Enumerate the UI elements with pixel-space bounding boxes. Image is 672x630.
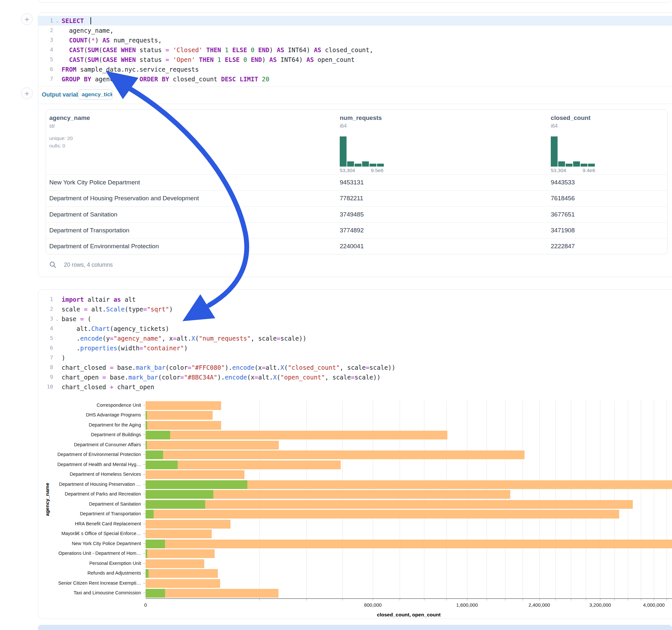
bar-closed_count (146, 569, 218, 578)
histogram-bin (558, 162, 565, 167)
output-variable-chip[interactable]: agency_tickets (78, 90, 113, 100)
bar-open_count (146, 490, 213, 499)
bar-closed_count (146, 510, 619, 518)
table-row[interactable]: New York City Police Department945313194… (46, 174, 667, 191)
y-axis-label: Mayorâ€ s Office of Special Enforce… (61, 531, 141, 536)
bar-open_count (146, 549, 147, 558)
bar-open_count (146, 500, 205, 509)
y-axis-label: Department of Sanitation (89, 501, 141, 507)
y-axis-tick (143, 405, 145, 406)
fold-chevron-icon[interactable]: ⌄ (56, 314, 58, 324)
histogram-bin (566, 164, 573, 167)
code-line: 7GROUP BY agency_name ORDER BY closed_co… (38, 74, 672, 84)
code-text: scale = alt.Scale(type="sqrt") (53, 304, 173, 314)
line-number: 3 (38, 35, 53, 45)
add-cell-button-output[interactable]: + (21, 88, 33, 99)
line-number: 8 (38, 363, 53, 372)
table-cell: 3471908 (551, 227, 575, 234)
results-table: agency_namestrunique: 20nulls: 0num_requ… (46, 110, 668, 255)
line-number: 4 (38, 324, 53, 334)
bar-closed_count (146, 520, 231, 529)
y-axis-label: Department of Consumer Affairs (74, 442, 141, 447)
bar-open_count (146, 431, 170, 439)
code-text: chart_closed + chart_open (53, 382, 154, 392)
column-header-closed_count[interactable]: closed_count (551, 114, 590, 122)
column-header-num_requests[interactable]: num_requests (340, 114, 382, 122)
y-axis-tick (143, 543, 145, 544)
table-cell: Department of Environmental Protection (49, 243, 159, 250)
y-axis-tick (143, 435, 145, 435)
bar-open_count (146, 461, 178, 469)
table-footer-label: 20 rows, 4 columns (64, 262, 113, 268)
y-axis-label: Department of Transportation (80, 511, 141, 516)
histogram-bin (581, 164, 587, 167)
histogram-bin (377, 164, 384, 167)
grid-line (342, 401, 343, 598)
grid-line (654, 401, 654, 598)
histogram-max-label: 9.4e6 (582, 168, 595, 173)
bar-closed_count (146, 530, 212, 538)
code-text: CAST(SUM(CASE WHEN status = 'Closed' THE… (53, 45, 373, 55)
code-line: 2 agency_name, (38, 26, 672, 35)
code-line: 4 alt.Chart(agency_tickets) (38, 324, 672, 334)
line-number: 3⌄ (38, 314, 53, 324)
y-axis-tick (143, 464, 145, 465)
code-text: COUNT(*) AS num_requests, (53, 35, 162, 45)
line-number: 7 (38, 74, 53, 84)
y-axis-label: Department of Housing Preservation … (59, 482, 141, 487)
y-axis-label: HRA Benefit Card Replacement (75, 521, 141, 526)
table-row[interactable]: Department of Transportation377489234719… (46, 222, 667, 239)
code-text: agency_name, (53, 26, 114, 35)
y-axis-label: Department of Homeless Services (70, 471, 141, 477)
y-axis-tick (143, 494, 145, 494)
column-histogram (340, 137, 384, 167)
bar-closed_count (146, 441, 279, 450)
code-text: import altair as alt (53, 295, 136, 304)
bar-closed_count (146, 411, 213, 420)
column-type-label: i64 (340, 123, 346, 129)
bar-closed_count (146, 559, 204, 568)
y-axis-label: Personal Exemption Unit (89, 561, 141, 566)
grid-line (400, 401, 400, 598)
add-cell-button-top[interactable]: + (21, 13, 33, 25)
table-cell: 9443533 (551, 179, 575, 186)
bar-closed_count (146, 431, 447, 439)
table-row[interactable]: Department of Environmental Protection22… (46, 238, 667, 255)
bar-closed_count (146, 579, 220, 588)
bar-closed_count (146, 539, 672, 548)
y-axis-tick (143, 583, 145, 583)
line-number: 5 (38, 334, 53, 343)
histogram-bin (362, 162, 369, 167)
grid-line (259, 401, 260, 598)
table-row[interactable]: Department of Sanitation37494853677651 (46, 207, 667, 223)
histogram-bin (573, 162, 580, 167)
y-axis-tick (143, 553, 145, 554)
grid-line (628, 401, 628, 598)
line-number: 6 (38, 65, 53, 74)
search-icon[interactable] (49, 261, 57, 269)
y-axis-title: agency_name (44, 483, 50, 516)
table-cell: 2240041 (340, 243, 364, 250)
bar-open_count (146, 441, 147, 450)
table-row[interactable]: Department of Housing Preservation and D… (46, 190, 667, 207)
y-axis-label: Operations Unit - Department of Hom… (58, 551, 141, 556)
code-line: 6 .properties(width="container") (38, 343, 672, 353)
python-code-editor[interactable]: 1import altair as alt2scale = alt.Scale(… (38, 295, 672, 392)
table-cell: Department of Housing Preservation and D… (49, 195, 199, 202)
code-line: 3⌄base = ( (38, 314, 672, 324)
fold-chevron-icon[interactable]: ⌄ (56, 16, 58, 26)
code-text: .properties(width="container") (53, 343, 188, 353)
y-axis-label: Senior Citizen Rent Increase Exempti… (58, 580, 141, 586)
bar-closed_count (146, 589, 279, 598)
y-axis-tick (143, 415, 145, 415)
column-header-agency_name[interactable]: agency_name (49, 114, 90, 122)
y-axis-tick (143, 563, 145, 563)
code-line: 1⌄SELECT (38, 16, 672, 26)
line-number: 9 (38, 372, 53, 382)
grid-line (424, 401, 424, 598)
next-cell-selection-strip[interactable] (38, 625, 672, 630)
sql-code-editor[interactable]: 1⌄SELECT 2 agency_name,3 COUNT(*) AS num… (38, 16, 672, 84)
grid-line (586, 401, 586, 598)
table-cell: 9453131 (340, 179, 364, 186)
table-cell: 7782211 (340, 195, 363, 202)
